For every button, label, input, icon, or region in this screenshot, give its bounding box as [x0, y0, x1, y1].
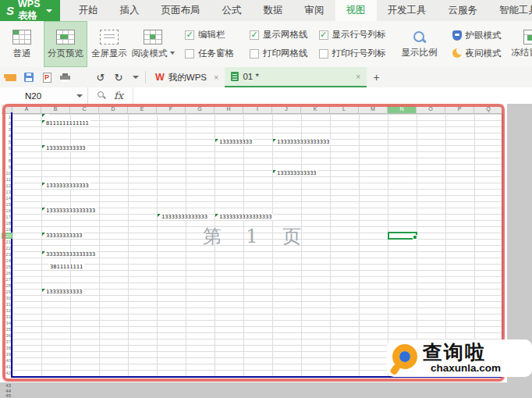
column-header[interactable]: F [157, 105, 186, 114]
cell[interactable]: 1333333333333 [42, 183, 90, 189]
ribbon-checkbox[interactable]: ✓显示网格线 [250, 29, 308, 41]
view-button[interactable]: 阅读模式 [131, 21, 175, 67]
menu-tab[interactable]: 智能工具箱 [488, 0, 532, 21]
print-icon[interactable] [59, 71, 71, 84]
row-header[interactable]: 23 [2, 251, 12, 258]
row-header[interactable]: 7 [2, 151, 12, 158]
row-header[interactable]: 10 [2, 170, 12, 176]
tab-document[interactable]: 01 *× [225, 67, 367, 87]
row-header[interactable]: 3 [2, 126, 12, 133]
column-header[interactable]: B [41, 105, 70, 114]
column-header[interactable]: D [99, 105, 128, 114]
export-pdf-icon[interactable] [41, 71, 53, 84]
column-header[interactable]: N [388, 105, 417, 114]
view-button[interactable]: 分页预览 [44, 21, 87, 67]
row-header[interactable]: 13 [2, 189, 12, 195]
redo-icon[interactable]: ↻ [112, 71, 125, 84]
print-preview-icon[interactable] [76, 71, 89, 84]
menu-tab[interactable]: 审阅 [294, 0, 335, 21]
cell[interactable]: 133333333333 [273, 170, 318, 176]
toolbar-customize-icon[interactable] [133, 76, 139, 79]
row-header[interactable]: 16 [2, 208, 12, 214]
row-header[interactable]: 18 [2, 220, 12, 226]
row-header[interactable]: 39 [2, 351, 12, 357]
cell[interactable]: 133333333333 [42, 145, 87, 151]
formula-input[interactable] [133, 87, 532, 104]
row-header[interactable]: 27 [2, 276, 12, 283]
insert-function-button[interactable]: fx [114, 90, 123, 101]
row-header[interactable]: 33 [2, 314, 12, 320]
row-header[interactable]: 11 [2, 176, 12, 183]
cell[interactable]: 13333333333333 [158, 214, 209, 220]
row-header[interactable]: 9 [2, 164, 12, 170]
checkbox-unchecked-icon[interactable] [319, 49, 328, 59]
column-header[interactable]: P [445, 105, 474, 114]
checkbox-checked-icon[interactable]: ✓ [185, 30, 194, 40]
tab-home[interactable]: W我的WPS× [149, 67, 225, 87]
row-header[interactable]: 34 [2, 320, 12, 326]
row-header[interactable]: 4 [2, 133, 12, 139]
cell[interactable]: 1333333333333333 [273, 139, 331, 145]
row-header[interactable]: 41 [2, 364, 12, 370]
cell[interactable]: 13333333333 [42, 289, 83, 295]
search-icon[interactable] [98, 91, 106, 100]
row-header[interactable]: 24 [2, 258, 12, 264]
selected-cell[interactable] [388, 232, 417, 240]
ribbon-checkbox[interactable]: ✓编辑栏 [185, 29, 234, 41]
menu-tab[interactable]: 插入 [109, 0, 151, 21]
row-header[interactable]: 19 [2, 226, 12, 233]
menu-tab[interactable]: 开发工具 [377, 0, 438, 21]
row-header[interactable]: 29 [2, 289, 12, 295]
column-header[interactable]: J [272, 105, 301, 114]
column-header[interactable]: H [215, 105, 243, 114]
eye-protect-button[interactable]: 护眼模式 [452, 30, 502, 41]
cell[interactable]: 8111111111111 [42, 120, 90, 126]
row-header[interactable]: 31 [2, 301, 12, 307]
select-all-corner[interactable] [2, 105, 12, 114]
name-box[interactable]: N20 [0, 87, 88, 104]
chevron-down-icon[interactable] [76, 94, 83, 98]
row-header[interactable]: 15 [2, 201, 12, 208]
close-icon[interactable]: × [356, 72, 360, 81]
checkbox-checked-icon[interactable]: ✓ [319, 30, 328, 40]
ribbon-checkbox[interactable]: 任务窗格 [185, 48, 234, 59]
close-icon[interactable]: × [214, 73, 218, 82]
column-header[interactable]: G [186, 105, 215, 114]
row-header[interactable]: 28 [2, 283, 12, 289]
spreadsheet-area[interactable]: 第 1 页 查询啦 chaxunla.com ABCDEFGHIJKLMNOPQ… [0, 104, 532, 398]
open-icon[interactable] [5, 71, 17, 84]
undo-icon[interactable]: ↺ [94, 71, 107, 84]
ribbon-checkbox[interactable]: 打印行号列标 [319, 48, 386, 59]
cell[interactable]: 33333333333 [42, 233, 83, 239]
row-header[interactable]: 30 [2, 295, 12, 301]
save-icon[interactable] [23, 71, 35, 84]
row-header[interactable]: 14 [2, 195, 12, 201]
checkbox-unchecked-icon[interactable] [250, 49, 259, 59]
column-header[interactable]: M [359, 105, 388, 114]
row-header[interactable]: 6 [2, 145, 12, 151]
night-mode-button[interactable]: 夜间模式 [452, 48, 502, 59]
row-header[interactable]: 21 [2, 239, 12, 245]
row-header[interactable]: 25 [2, 264, 12, 270]
cell[interactable]: 1333333333 [215, 139, 254, 145]
fill-handle[interactable] [413, 235, 417, 240]
row-header[interactable]: 37 [2, 339, 12, 345]
menu-tab[interactable]: 公式 [211, 0, 253, 21]
cell[interactable]: 333333333333333 [42, 251, 97, 258]
row-header[interactable]: 38 [2, 345, 12, 351]
row-header[interactable]: 17 [2, 214, 12, 220]
column-header[interactable]: L [330, 105, 359, 114]
cell[interactable]: 3811111111 [49, 264, 84, 270]
menu-tab[interactable]: 视图 [335, 0, 377, 21]
cell[interactable] [42, 114, 49, 120]
checkbox-checked-icon[interactable]: ✓ [250, 30, 259, 40]
cell[interactable]: 1333333333333333 [215, 214, 273, 220]
row-header[interactable]: 42 [2, 370, 12, 376]
row-header[interactable]: 8 [2, 158, 12, 164]
view-button[interactable]: 普通 [0, 21, 44, 67]
menu-tab[interactable]: 数据 [253, 0, 294, 21]
checkbox-unchecked-icon[interactable] [185, 49, 194, 59]
column-header[interactable]: O [417, 105, 445, 114]
new-tab-button[interactable]: + [367, 71, 385, 84]
row-header[interactable]: 36 [2, 332, 12, 339]
